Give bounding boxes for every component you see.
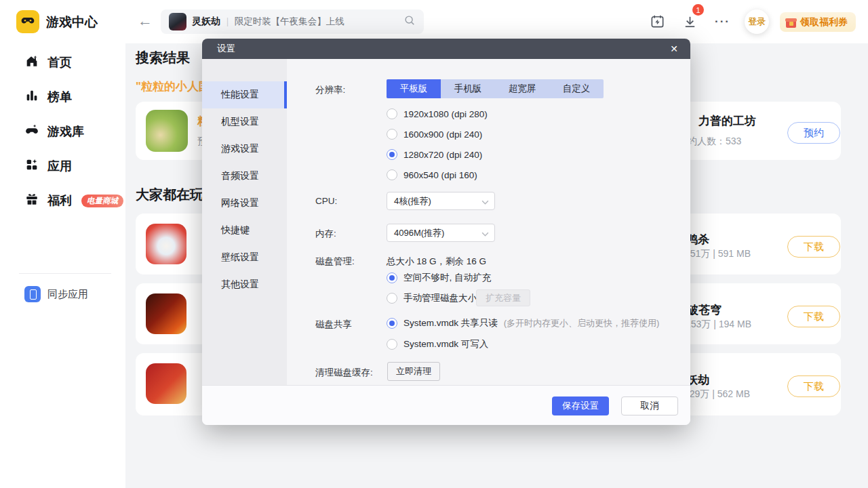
calendar-icon[interactable] [650,14,665,32]
download-button[interactable]: 下载 [787,236,840,258]
dialog-header[interactable]: 设置 ✕ [202,39,690,59]
bar-chart-icon [24,88,39,106]
resolution-option-960[interactable]: 960x540 (dpi 160) [387,169,477,181]
game-title: 力普的工坊 [698,113,756,129]
cpu-select[interactable]: 4核(推荐) [387,192,495,210]
preset-phone[interactable]: 手机版 [441,79,495,98]
tab-other-settings[interactable]: 其他设置 [202,271,287,298]
dialog-title: 设置 [217,43,235,55]
tab-game-settings[interactable]: 游戏设置 [202,136,287,163]
radio-unselected[interactable] [387,169,397,180]
radio-unselected[interactable] [387,293,397,304]
resolution-option-1600[interactable]: 1600x900 (dpi 240) [387,128,482,140]
disk-management-label: 磁盘管理: [315,256,355,268]
share-option-writable[interactable]: System.vmdk 可写入 [387,338,488,350]
save-settings-button[interactable]: 保存设置 [552,396,609,415]
gamepad-icon [24,123,39,140]
app-grid-icon [24,157,39,175]
download-button[interactable]: 下载 [787,375,840,397]
tab-audio-settings[interactable]: 音频设置 [202,163,287,190]
login-button[interactable]: 登录 [745,9,769,34]
everyone-playing-heading: 大家都在玩 [136,186,203,204]
tab-network-settings[interactable]: 网络设置 [202,190,287,217]
benefits-badge: 电量商城 [81,195,123,207]
sidebar-item-benefits[interactable]: 福利 电量商城 [24,192,123,209]
app-logo[interactable] [16,10,39,33]
radio-selected[interactable] [387,149,397,160]
search-separator: ｜ [223,16,232,28]
clean-now-button[interactable]: 立即清理 [387,362,440,381]
more-menu-icon[interactable]: ··· [715,15,730,28]
radio-unselected[interactable] [387,129,397,140]
sidebar-item-label: 首页 [47,54,72,70]
clean-cache-label: 清理磁盘缓存: [315,367,373,379]
game-icon-lililand[interactable] [146,110,188,152]
preset-ultrawide[interactable]: 超宽屏 [495,79,549,98]
preset-tablet[interactable]: 平板版 [387,79,441,98]
expand-capacity-button[interactable]: 扩充容量 [476,289,530,306]
memory-label: 内存: [315,228,336,240]
download-manager-icon[interactable] [682,14,698,33]
claim-coupon-label: 领取福利券 [800,16,848,28]
game-icon-jiuzhou[interactable] [146,363,186,404]
dialog-tab-list: 性能设置 机型设置 游戏设置 音频设置 网络设置 快捷键 壁纸设置 其他设置 [202,59,287,385]
tab-performance-settings[interactable]: 性能设置 [202,81,287,108]
radio-selected[interactable] [387,272,397,283]
chevron-down-icon [481,227,489,239]
sidebar-item-home[interactable]: 首页 [24,54,72,71]
app-title: 游戏中心 [46,14,98,31]
readonly-note: (多开时内存更小、启动更快，推荐使用) [504,317,660,329]
preset-custom[interactable]: 自定义 [549,79,604,98]
cpu-label: CPU: [315,196,337,206]
claim-coupon-button[interactable]: 领取福利券 [780,12,856,32]
resolution-option-1920[interactable]: 1920x1080 (dpi 280) [387,108,488,120]
game-subtitle: 153万 | 194 MB [686,319,751,331]
sidebar-item-rankings[interactable]: 榜单 [24,88,72,106]
disk-share-label: 磁盘共享 [315,319,352,331]
radio-unselected[interactable] [387,108,397,119]
reserve-button[interactable]: 预约 [787,122,840,144]
sync-apps-label: 同步应用 [47,288,88,301]
search-results-heading: 搜索结果 [136,49,190,67]
left-sidebar: 首页 榜单 游戏库 应用 福利 电量商城 同步应用 [0,43,125,488]
close-icon[interactable]: ✕ [666,39,682,59]
sidebar-divider [19,273,111,274]
settings-dialog: 设置 ✕ 性能设置 机型设置 游戏设置 音频设置 网络设置 快捷键 壁纸设置 其… [202,39,690,425]
search-promo-text: 限定时装【午夜集会】上线 [235,16,403,28]
home-icon [24,54,39,71]
tab-device-model-settings[interactable]: 机型设置 [202,108,287,136]
disk-option-manual[interactable]: 手动管理磁盘大小 [387,292,477,304]
resolution-label: 分辨率: [315,84,345,96]
coupon-gift-icon [785,17,797,28]
search-query-text: "粒粒的小人国 [136,79,210,94]
game-subtitle: 约人数：533 [688,136,741,148]
radio-unselected[interactable] [387,339,397,350]
radio-selected[interactable] [387,318,397,329]
search-icon[interactable] [403,14,416,29]
back-icon[interactable]: ← [138,12,153,30]
tab-wallpaper-settings[interactable]: 壁纸设置 [202,244,287,271]
download-button[interactable]: 下载 [787,306,840,327]
sidebar-item-label: 游戏库 [47,123,84,140]
sidebar-item-game-library[interactable]: 游戏库 [24,123,84,140]
game-subtitle: 129万 | 562 MB [684,388,750,401]
sidebar-item-apps[interactable]: 应用 [24,157,72,175]
game-icon-duck[interactable] [146,224,186,264]
game-subtitle: 351万 | 591 MB [685,248,751,260]
gamepad-logo-icon [20,13,35,30]
sidebar-item-sync-apps[interactable]: 同步应用 [24,286,88,302]
tab-shortcuts[interactable]: 快捷键 [202,217,287,244]
share-option-readonly[interactable]: System.vmdk 共享只读 (多开时内存更小、启动更快，推荐使用) [387,317,659,329]
dialog-footer: 保存设置 取消 [202,385,690,425]
resolution-option-1280[interactable]: 868x488 (dpi 240) [387,148,482,161]
search-bar[interactable]: 灵妖劫 ｜ 限定时装【午夜集会】上线 [161,9,424,34]
cancel-button[interactable]: 取消 [621,396,678,415]
game-icon-flame[interactable] [146,293,186,334]
chevron-down-icon [481,195,489,207]
sidebar-item-label: 应用 [47,158,72,174]
resolution-preset-switch: 平板版 手机版 超宽屏 自定义 [387,79,604,98]
disk-option-auto-expand[interactable]: 空间不够时, 自动扩充 [387,272,491,284]
sync-phone-icon [24,286,41,302]
download-count-badge: 1 [692,4,704,16]
memory-select[interactable]: 4096M(推荐) [387,224,495,242]
